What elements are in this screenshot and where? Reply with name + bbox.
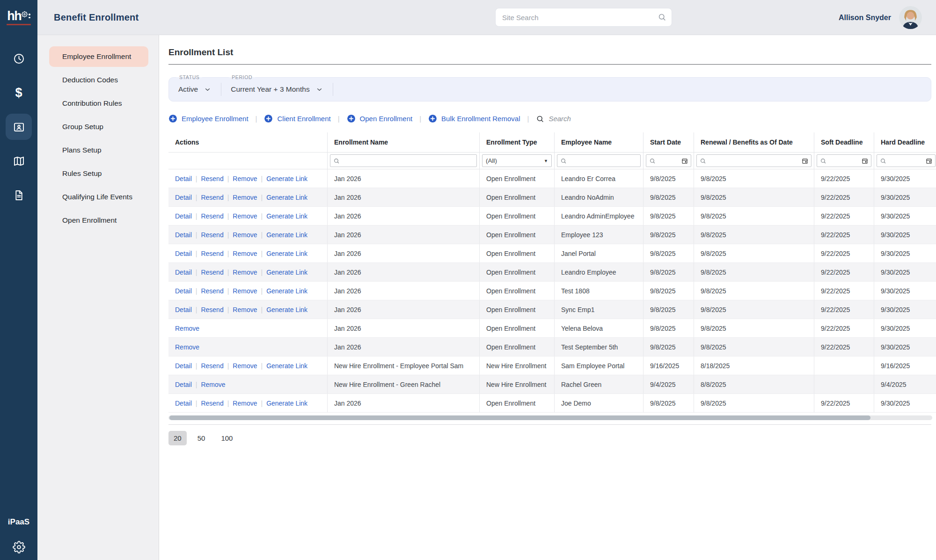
separator: | [256, 115, 257, 123]
remove-link[interactable]: Remove [233, 231, 257, 239]
calendar-icon[interactable] [861, 157, 869, 165]
cell-soft-deadline: 9/22/2025 [814, 282, 874, 300]
remove-link[interactable]: Remove [233, 400, 257, 407]
resend-link[interactable]: Resend [201, 362, 223, 370]
rail-item-id-badge[interactable] [6, 114, 32, 140]
site-search-input[interactable] [495, 8, 672, 27]
scrollbar-thumb[interactable] [169, 415, 870, 420]
remove-link[interactable]: Remove [233, 306, 257, 313]
rail-item-dollar[interactable]: $ [6, 80, 32, 106]
remove-link[interactable]: Remove [175, 343, 199, 351]
avatar[interactable] [899, 6, 922, 29]
calendar-icon[interactable] [925, 157, 933, 165]
detail-link[interactable]: Detail [175, 231, 192, 239]
status-filter-dropdown[interactable]: STATUS Active [178, 78, 212, 101]
generate-link-link[interactable]: Generate Link [266, 362, 307, 370]
remove-link[interactable]: Remove [233, 194, 257, 201]
rail-item-document[interactable] [6, 182, 32, 208]
page-size-100[interactable]: 100 [216, 431, 238, 445]
add-client-enrollment-link[interactable]: Client Enrollment [264, 114, 330, 123]
employee-name-filter-input[interactable] [557, 154, 641, 167]
sidebar-item-plans-setup[interactable]: Plans Setup [49, 140, 148, 160]
period-filter-dropdown[interactable]: PERIOD Current Year + 3 Months [231, 78, 323, 101]
sidebar-item-group-setup[interactable]: Group Setup [49, 116, 148, 137]
resend-link[interactable]: Resend [201, 287, 223, 295]
remove-link[interactable]: Remove [175, 325, 199, 332]
add-employee-enrollment-link[interactable]: Employee Enrollment [168, 114, 249, 123]
column-header-enrollment-type[interactable]: Enrollment Type [480, 132, 555, 152]
sidebar-item-contribution-rules[interactable]: Contribution Rules [49, 93, 148, 114]
column-header-soft-deadline[interactable]: Soft Deadline [814, 132, 874, 152]
cell-hard-deadline: 9/30/2025 [874, 169, 936, 188]
gear-icon[interactable] [13, 541, 25, 553]
row-actions-cell: Detail|Resend|Remove|Generate Link [168, 244, 328, 262]
calendar-icon[interactable] [681, 157, 688, 165]
resend-link[interactable]: Resend [201, 212, 223, 220]
calendar-icon[interactable] [801, 157, 809, 165]
rail-item-map[interactable] [6, 148, 32, 174]
generate-link-link[interactable]: Generate Link [266, 400, 307, 407]
enrollment-name-filter-input[interactable] [330, 154, 477, 167]
sidebar-item-qualifying-life-events[interactable]: Qualifying Life Events [49, 187, 148, 207]
detail-link[interactable]: Detail [175, 381, 192, 388]
generate-link-link[interactable]: Generate Link [266, 306, 307, 313]
remove-link[interactable]: Remove [233, 269, 257, 276]
column-header-start-date[interactable]: Start Date [644, 132, 694, 152]
page-size-20[interactable]: 20 [168, 431, 187, 445]
logo-gear-icon [22, 11, 28, 17]
start-date-filter-input[interactable] [646, 154, 691, 167]
sidebar-item-employee-enrollment[interactable]: Employee Enrollment [49, 46, 148, 67]
add-bulk-enrollment-removal-link[interactable]: Bulk Enrollment Removal [428, 114, 520, 123]
generate-link-link[interactable]: Generate Link [266, 175, 307, 182]
remove-link[interactable]: Remove [201, 381, 225, 388]
detail-link[interactable]: Detail [175, 306, 192, 313]
resend-link[interactable]: Resend [201, 231, 223, 239]
column-header-hard-deadline[interactable]: Hard Deadline [874, 132, 936, 152]
enrollment-type-filter-select[interactable]: (All)▼ [482, 154, 552, 167]
generate-link-link[interactable]: Generate Link [266, 269, 307, 276]
app-logo[interactable]: hh [0, 0, 37, 35]
detail-link[interactable]: Detail [175, 287, 192, 295]
hard-deadline-filter-input[interactable] [877, 154, 936, 167]
sidebar-item-open-enrollment[interactable]: Open Enrollment [49, 210, 148, 231]
column-header-enrollment-name[interactable]: Enrollment Name [328, 132, 480, 152]
page-size-50[interactable]: 50 [192, 431, 211, 445]
remove-link[interactable]: Remove [233, 362, 257, 370]
resend-link[interactable]: Resend [201, 250, 223, 257]
soft-deadline-filter-input[interactable] [817, 154, 871, 167]
add-open-enrollment-link[interactable]: Open Enrollment [347, 114, 413, 123]
remove-link[interactable]: Remove [233, 250, 257, 257]
resend-link[interactable]: Resend [201, 175, 223, 182]
remove-link[interactable]: Remove [233, 175, 257, 182]
search-icon[interactable] [658, 13, 666, 22]
sidebar-item-rules-setup[interactable]: Rules Setup [49, 163, 148, 184]
horizontal-scrollbar[interactable] [168, 415, 932, 420]
resend-link[interactable]: Resend [201, 194, 223, 201]
remove-link[interactable]: Remove [233, 287, 257, 295]
left-rail: hh $ iPaaS [0, 0, 37, 560]
resend-link[interactable]: Resend [201, 400, 223, 407]
remove-link[interactable]: Remove [233, 212, 257, 220]
renewal-benefits-as-of-date-filter-input[interactable] [696, 154, 812, 167]
resend-link[interactable]: Resend [201, 269, 223, 276]
column-header-employee-name[interactable]: Employee Name [555, 132, 644, 152]
detail-link[interactable]: Detail [175, 400, 192, 407]
sidebar-item-deduction-codes[interactable]: Deduction Codes [49, 70, 148, 90]
generate-link-link[interactable]: Generate Link [266, 231, 307, 239]
generate-link-link[interactable]: Generate Link [266, 212, 307, 220]
generate-link-link[interactable]: Generate Link [266, 194, 307, 201]
ipaas-label[interactable]: iPaaS [8, 517, 29, 527]
detail-link[interactable]: Detail [175, 250, 192, 257]
generate-link-link[interactable]: Generate Link [266, 287, 307, 295]
rail-item-clock[interactable] [6, 45, 32, 72]
detail-link[interactable]: Detail [175, 175, 192, 182]
detail-link[interactable]: Detail [175, 194, 192, 201]
detail-link[interactable]: Detail [175, 212, 192, 220]
detail-link[interactable]: Detail [175, 362, 192, 370]
column-header-actions[interactable]: Actions [168, 132, 328, 152]
generate-link-link[interactable]: Generate Link [266, 250, 307, 257]
detail-link[interactable]: Detail [175, 269, 192, 276]
column-header-renewal-benefits-as-of-date[interactable]: Renewal / Benefits as Of Date [694, 132, 814, 152]
table-search-button[interactable]: Search [536, 115, 571, 123]
resend-link[interactable]: Resend [201, 306, 223, 313]
